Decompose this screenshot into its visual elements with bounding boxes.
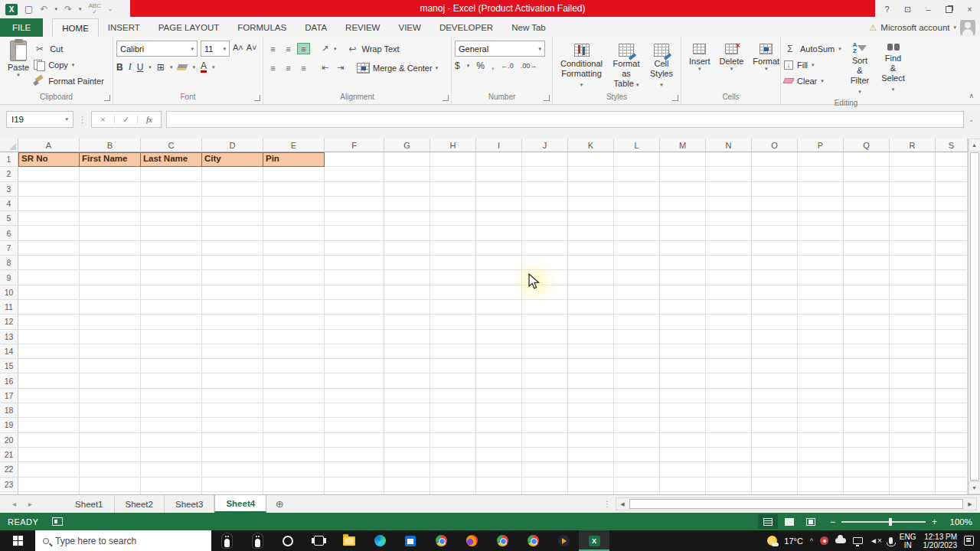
cell-L17[interactable] (614, 389, 660, 403)
cell-P16[interactable] (798, 373, 844, 388)
cell-E3[interactable] (263, 182, 325, 197)
cell-A3[interactable] (18, 182, 80, 197)
weather-icon[interactable] (767, 536, 777, 546)
cell-P13[interactable] (798, 330, 844, 344)
cell-Q4[interactable] (844, 197, 890, 211)
cell-D21[interactable] (202, 448, 263, 462)
cell-Q7[interactable] (844, 241, 890, 256)
help-icon[interactable]: ? (877, 1, 897, 18)
cell-L1[interactable] (614, 152, 660, 167)
cell-J5[interactable] (522, 211, 568, 226)
cell-R3[interactable] (890, 182, 936, 197)
cell-S3[interactable] (936, 182, 968, 197)
cell-R19[interactable] (890, 418, 936, 432)
cell-J2[interactable] (522, 167, 568, 181)
cell-J24[interactable] (522, 492, 568, 494)
cell-R7[interactable] (890, 241, 936, 256)
cell-M24[interactable] (660, 492, 706, 494)
cell-E13[interactable] (263, 330, 325, 344)
cell-O11[interactable] (752, 300, 798, 315)
cell-H3[interactable] (430, 182, 476, 197)
cell-M10[interactable] (660, 285, 706, 300)
cell-I23[interactable] (476, 478, 522, 492)
tab-page-layout[interactable]: PAGE LAYOUT (149, 18, 228, 37)
cell-G18[interactable] (384, 403, 430, 418)
cell-H13[interactable] (430, 330, 476, 344)
cell-M1[interactable] (660, 152, 706, 167)
spelling-icon[interactable]: ABC✓ (89, 3, 101, 15)
cell-I8[interactable] (476, 256, 522, 270)
column-header-N[interactable]: N (706, 139, 752, 152)
cell-R16[interactable] (890, 373, 936, 388)
cell-H12[interactable] (430, 315, 476, 329)
cell-J12[interactable] (522, 315, 568, 329)
cell-Q24[interactable] (844, 492, 890, 494)
taskbar-app-task-view[interactable] (303, 530, 334, 551)
cell-H14[interactable] (430, 344, 476, 359)
taskbar-app-chrome[interactable] (426, 530, 456, 551)
cell-L19[interactable] (614, 418, 660, 432)
cell-A22[interactable] (18, 462, 80, 477)
cell-N5[interactable] (706, 211, 752, 226)
cell-B12[interactable] (80, 315, 141, 329)
cell-H5[interactable] (430, 211, 476, 226)
cell-F2[interactable] (325, 167, 384, 181)
cell-C16[interactable] (141, 373, 202, 388)
cell-L13[interactable] (614, 330, 660, 344)
cell-G19[interactable] (384, 418, 430, 432)
cell-B24[interactable] (80, 492, 141, 494)
cell-H23[interactable] (430, 478, 476, 492)
cell-G9[interactable] (384, 270, 430, 285)
cell-D9[interactable] (202, 270, 263, 285)
cell-K16[interactable] (568, 373, 614, 388)
tab-formulas[interactable]: FORMULAS (228, 18, 296, 37)
increase-indent-icon[interactable]: ⇥ (334, 62, 347, 73)
cell-D15[interactable] (202, 359, 263, 373)
cell-Q17[interactable] (844, 389, 890, 403)
cell-M19[interactable] (660, 418, 706, 432)
cell-N17[interactable] (706, 389, 752, 403)
tab-data[interactable]: DATA (296, 18, 336, 37)
taskbar-app-penguin-app-2[interactable] (242, 530, 273, 551)
row-header-5[interactable]: 5 (0, 211, 18, 226)
cell-F10[interactable] (325, 285, 384, 300)
cell-M23[interactable] (660, 478, 706, 492)
redo-dropdown-icon[interactable]: ▾ (79, 6, 82, 12)
cell-I24[interactable] (476, 492, 522, 494)
clipboard-dialog-launcher-icon[interactable] (104, 95, 110, 101)
cell-O22[interactable] (752, 462, 798, 477)
cell-P14[interactable] (798, 344, 844, 359)
horizontal-scrollbar[interactable]: ◀ ▶ (616, 497, 977, 510)
cell-Q5[interactable] (844, 211, 890, 226)
cell-Q19[interactable] (844, 418, 890, 432)
cell-O14[interactable] (752, 344, 798, 359)
cell-Q10[interactable] (844, 285, 890, 300)
cell-F17[interactable] (325, 389, 384, 403)
cell-M3[interactable] (660, 182, 706, 197)
cell-I20[interactable] (476, 433, 522, 448)
cell-J4[interactable] (522, 197, 568, 211)
cell-G1[interactable] (384, 152, 430, 167)
cell-B8[interactable] (80, 256, 141, 270)
cell-J11[interactable] (522, 300, 568, 315)
cell-D24[interactable] (202, 492, 263, 494)
cell-F20[interactable] (325, 433, 384, 448)
cell-K11[interactable] (568, 300, 614, 315)
column-header-R[interactable]: R (890, 139, 936, 152)
cell-A11[interactable] (18, 300, 80, 315)
cell-D22[interactable] (202, 462, 263, 477)
cell-C21[interactable] (141, 448, 202, 462)
zoom-out-icon[interactable]: − (830, 517, 835, 527)
cell-I10[interactable] (476, 285, 522, 300)
cell-D18[interactable] (202, 403, 263, 418)
cell-B14[interactable] (80, 344, 141, 359)
tab-home[interactable]: HOME (52, 18, 99, 37)
cell-S17[interactable] (936, 389, 968, 403)
cell-N10[interactable] (706, 285, 752, 300)
cell-M17[interactable] (660, 389, 706, 403)
cell-E7[interactable] (263, 241, 325, 256)
italic-button[interactable]: I (129, 61, 132, 73)
cell-R6[interactable] (890, 226, 936, 240)
cell-B2[interactable] (80, 167, 141, 181)
cell-H20[interactable] (430, 433, 476, 448)
